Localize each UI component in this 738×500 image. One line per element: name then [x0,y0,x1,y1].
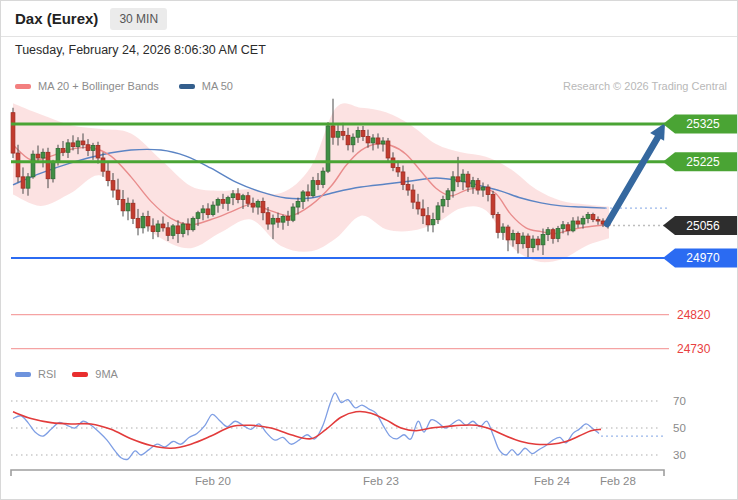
candle-down [136,218,140,227]
trading-central-chart-page: Dax (Eurex) 30 MIN Tuesday, February 24,… [0,0,738,500]
candle-up [211,205,215,214]
candle-down [576,221,580,224]
candle-down [406,184,410,190]
candle-down [251,203,255,207]
candle-down [596,219,600,221]
candle-up [326,126,330,171]
candle-up [241,196,245,200]
candle-up [191,218,195,229]
candle-up [271,218,275,224]
candle-up [231,194,235,198]
candle-down [376,138,380,144]
candle-up [356,130,360,137]
candle-down [306,192,310,196]
candle-down [476,181,480,190]
price-legend-row: MA 20 + Bollinger Bands MA 50 Research ©… [15,80,727,92]
candle-down [261,201,265,212]
rsi-axis-label: 30 [673,449,686,461]
timeframe-badge[interactable]: 30 MIN [110,8,167,30]
rsi-swatch-icon [15,372,31,377]
candle-up [581,218,585,224]
ma50-swatch-icon [179,84,195,89]
x-axis-tick-Feb-23: Feb 23 [363,475,399,487]
candle-down [286,216,290,220]
candle-down [346,135,350,144]
candle-up [301,192,305,201]
candle-up [51,162,55,179]
candle-up [481,187,485,190]
candle-down [421,209,425,216]
candle-up [31,154,35,177]
price-tag-text: 24970 [686,251,720,265]
candle-up [281,216,285,222]
candle-down [176,226,180,234]
candle-down [151,226,155,232]
candle-up [501,227,505,232]
candle-up [371,138,375,143]
candle-down [81,141,85,145]
candle-down [426,216,430,225]
price-tag-text: 25325 [686,117,720,131]
candle-down [411,190,415,202]
candle-down [526,236,530,247]
candle-up [511,233,515,239]
candle-up [171,226,175,235]
candle-down [536,239,540,245]
candle-up [311,181,315,196]
legend-ma20-label: MA 20 + Bollinger Bands [38,80,159,92]
rsi-chart-canvas: 705030Feb 20Feb 23Feb 24Feb 28 [1,386,738,498]
candle-up [196,213,200,219]
candle-down [236,194,240,200]
bullish-arrow [607,137,658,224]
candle-down [366,136,370,142]
candle-down [111,181,115,190]
chart-datetime: Tuesday, February 24, 2026 8:06:30 AM CE… [15,43,266,57]
candle-up [451,177,455,191]
candle-up [91,146,95,151]
candle-up [431,219,435,224]
candle-up [66,143,70,152]
candle-up [291,207,295,220]
price-chart-canvas: 253252522525056249702482024730 [1,96,738,364]
candle-up [561,225,565,229]
candle-down [331,126,335,137]
candle-up [76,141,80,147]
candle-up [586,215,590,219]
candle-down [466,174,470,187]
candle-down [246,196,250,204]
candle-down [11,113,15,153]
candle-up [471,181,475,187]
rsi-legend-row: RSI 9MA [15,368,118,380]
candle-down [106,171,110,180]
candle-up [321,171,325,184]
candle-down [146,216,150,225]
candle-down [101,158,105,171]
candle-up [546,230,550,235]
candle-down [386,141,390,158]
chart-header: Dax (Eurex) 30 MIN [1,1,737,37]
candle-down [96,146,100,158]
candle-down [591,215,595,220]
candle-down [116,190,120,199]
candle-up [226,198,230,204]
candle-down [516,233,520,243]
candle-up [56,149,60,162]
legend-ma20-bollinger: MA 20 + Bollinger Bands [15,80,159,92]
legend-rsi: RSI [15,368,56,380]
candle-down [16,153,20,177]
candle-up [441,199,445,205]
target-label-24730: 24730 [677,342,711,356]
candle-down [396,167,400,172]
candle-up [156,224,160,232]
candle-down [86,145,90,151]
candle-down [491,195,495,215]
candle-down [206,209,210,215]
legend-9ma-label: 9MA [95,368,118,380]
target-label-24820: 24820 [677,308,711,322]
candle-down [266,213,270,224]
candle-up [351,137,355,145]
candle-down [316,181,320,185]
candle-down [486,187,490,195]
candle-down [456,177,460,182]
candle-up [216,199,220,205]
